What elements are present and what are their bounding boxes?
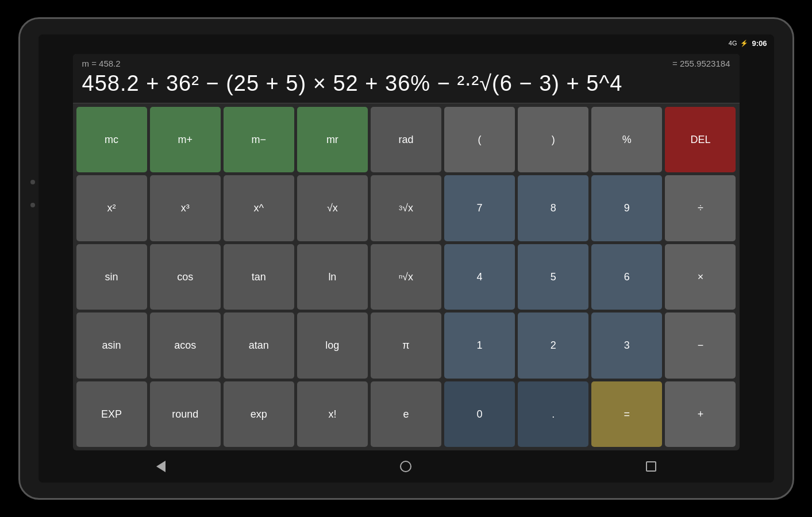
home-icon — [400, 461, 411, 472]
tablet-frame: 4G ⚡ 9:06 m = 458.2 = 255.9523184 458.2 … — [18, 17, 794, 500]
mr-button[interactable]: mr — [297, 107, 368, 172]
exp-btn-button[interactable]: EXP — [76, 381, 147, 447]
button-row-3: sin cos tan ln n√x 4 5 6 × — [76, 244, 736, 310]
back-icon — [156, 461, 166, 472]
6-button[interactable]: 6 — [591, 244, 662, 310]
round-button[interactable]: round — [150, 381, 221, 447]
battery-icon: ⚡ — [740, 40, 748, 47]
xcube-button[interactable]: x³ — [150, 175, 221, 241]
nroot-button[interactable]: n√x — [371, 244, 441, 310]
pi-button[interactable]: π — [371, 312, 441, 378]
cos-button[interactable]: cos — [150, 244, 221, 310]
time-display: 9:06 — [752, 39, 767, 48]
euler-button[interactable]: e — [371, 381, 441, 447]
sqrt-button[interactable]: √x — [297, 175, 368, 241]
divide-button[interactable]: ÷ — [665, 175, 736, 241]
equals-button[interactable]: = — [591, 381, 662, 447]
status-bar: 4G ⚡ 9:06 — [39, 34, 774, 52]
side-dot-1 — [30, 180, 35, 184]
lparen-button[interactable]: ( — [444, 107, 515, 172]
2-button[interactable]: 2 — [518, 312, 588, 378]
ln-button[interactable]: ln — [297, 244, 368, 310]
factorial-button[interactable]: x! — [297, 381, 368, 447]
button-row-1: mc m+ m− mr rad ( ) % DEL — [76, 107, 736, 172]
home-button[interactable] — [395, 456, 416, 477]
xpow-button[interactable]: x^ — [224, 175, 294, 241]
percent-button[interactable]: % — [591, 107, 662, 172]
tablet-screen: 4G ⚡ 9:06 m = 458.2 = 255.9523184 458.2 … — [39, 34, 774, 483]
side-dot-2 — [30, 203, 35, 207]
rad-button[interactable]: rad — [371, 107, 441, 172]
mminus-button[interactable]: m− — [224, 107, 294, 172]
add-button[interactable]: + — [665, 381, 736, 447]
5-button[interactable]: 5 — [518, 244, 588, 310]
back-button[interactable] — [151, 456, 171, 477]
calculator: m = 458.2 = 255.9523184 458.2 + 36² − (2… — [73, 54, 740, 450]
display: m = 458.2 = 255.9523184 458.2 + 36² − (2… — [73, 54, 740, 103]
acos-button[interactable]: acos — [150, 312, 221, 378]
7-button[interactable]: 7 — [444, 175, 515, 241]
button-row-2: x² x³ x^ √x 3√x 7 8 9 ÷ — [76, 175, 736, 241]
display-memory: m = 458.2 — [82, 59, 121, 68]
nav-bar — [39, 450, 774, 483]
asin-button[interactable]: asin — [76, 312, 147, 378]
mplus-button[interactable]: m+ — [150, 107, 221, 172]
8-button[interactable]: 8 — [518, 175, 588, 241]
cbrt-button[interactable]: 3√x — [371, 175, 441, 241]
rparen-button[interactable]: ) — [518, 107, 588, 172]
sin-button[interactable]: sin — [76, 244, 147, 310]
0-button[interactable]: 0 — [444, 381, 515, 447]
button-row-4: asin acos atan log π 1 2 3 − — [76, 312, 736, 378]
atan-button[interactable]: atan — [224, 312, 294, 378]
xsq-button[interactable]: x² — [76, 175, 147, 241]
tan-button[interactable]: tan — [224, 244, 294, 310]
button-row-5: EXP round exp x! e 0 . = + — [76, 381, 736, 447]
display-expression: 458.2 + 36² − (25 + 5) × 52 + 36% − ²·²√… — [82, 71, 730, 97]
button-grid: mc m+ m− mr rad ( ) % DEL x² x³ x^ √x 3√… — [73, 103, 740, 450]
1-button[interactable]: 1 — [444, 312, 515, 378]
log-button[interactable]: log — [297, 312, 368, 378]
del-button[interactable]: DEL — [665, 107, 736, 172]
subtract-button[interactable]: − — [665, 312, 736, 378]
4-button[interactable]: 4 — [444, 244, 515, 310]
display-secondary: m = 458.2 = 255.9523184 — [82, 59, 730, 68]
signal-icon: 4G — [729, 40, 737, 47]
multiply-button[interactable]: × — [665, 244, 736, 310]
display-result: = 255.9523184 — [672, 59, 730, 68]
mc-button[interactable]: mc — [76, 107, 147, 172]
dot-button[interactable]: . — [518, 381, 588, 447]
recent-button[interactable] — [641, 456, 661, 477]
9-button[interactable]: 9 — [591, 175, 662, 241]
exp-button[interactable]: exp — [224, 381, 294, 447]
3-button[interactable]: 3 — [591, 312, 662, 378]
recent-icon — [646, 461, 656, 472]
